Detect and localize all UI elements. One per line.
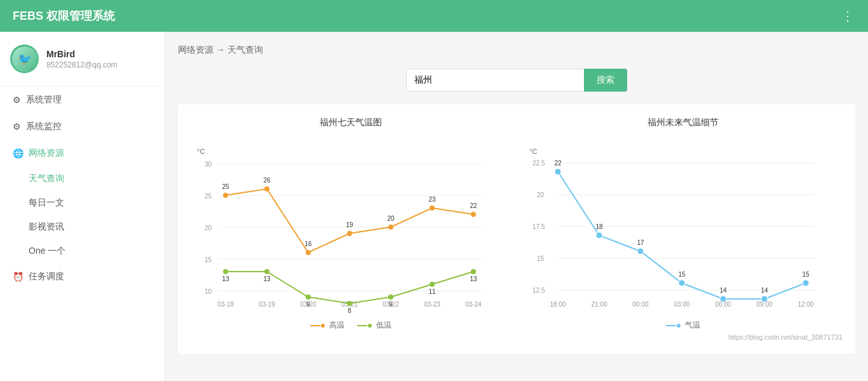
svg-text:19: 19 — [346, 221, 353, 228]
svg-text:9: 9 — [389, 301, 393, 308]
svg-point-21 — [306, 250, 311, 255]
svg-text:21:00: 21:00 — [591, 301, 607, 308]
sidebar-item-network-resource[interactable]: 🌐 网络资源 — [0, 140, 165, 167]
chart2-legend: 气温 — [523, 320, 843, 331]
svg-text:25: 25 — [222, 183, 229, 190]
svg-point-71 — [637, 248, 644, 254]
chart1-svg: °C 30 25 20 15 10 5 03-18 03-19 0 — [191, 135, 496, 313]
sidebar-item-label: 网络资源 — [29, 148, 64, 159]
svg-point-35 — [306, 294, 311, 300]
svg-text:12:00: 12:00 — [797, 301, 813, 308]
header-menu-icon[interactable]: ⋮ — [841, 8, 855, 24]
svg-text:14: 14 — [761, 287, 768, 294]
svg-point-23 — [388, 225, 393, 230]
svg-point-69 — [555, 169, 561, 175]
sidebar-subitem-label: 天气查询 — [29, 173, 64, 183]
chart2-svg: °C 22.5 20 17.5 15 12.5 18:00 — [523, 135, 828, 313]
sidebar-subitem-label: One 一个 — [29, 246, 65, 256]
sidebar-item-system-mgmt[interactable]: ⚙ 系统管理 — [0, 87, 165, 113]
svg-text:°C: °C — [197, 148, 205, 155]
svg-point-38 — [430, 282, 435, 287]
svg-text:17: 17 — [637, 239, 644, 246]
svg-text:°C: °C — [529, 148, 537, 155]
main-content: 网络资源 → 天气查询 搜索 福州七天气温图 °C 30 25 20 — [165, 32, 868, 381]
svg-point-22 — [347, 231, 352, 236]
svg-text:03-24: 03-24 — [465, 301, 482, 308]
search-input[interactable] — [406, 69, 584, 92]
chart2-title: 福州未来气温细节 — [523, 117, 843, 128]
header: FEBS 权限管理系统 ⋮ — [0, 0, 868, 32]
alarm-icon: ⏰ — [13, 272, 24, 282]
app-title: FEBS 权限管理系统 — [13, 8, 115, 24]
svg-text:23: 23 — [428, 196, 436, 203]
svg-point-39 — [471, 269, 476, 274]
svg-text:9: 9 — [306, 301, 310, 308]
svg-point-33 — [223, 269, 228, 274]
gear-icon: ⚙ — [13, 95, 21, 105]
svg-text:13: 13 — [263, 275, 271, 282]
search-button[interactable]: 搜索 — [584, 69, 627, 92]
svg-point-20 — [264, 186, 269, 191]
sidebar-item-label: 系统管理 — [26, 94, 62, 106]
svg-text:10: 10 — [205, 288, 212, 295]
svg-text:14: 14 — [719, 287, 727, 294]
sidebar-item-label: 任务调度 — [29, 271, 64, 282]
user-email: 852252812@qq.com — [46, 60, 118, 69]
sidebar-subitem-video[interactable]: 影视资讯 — [0, 215, 165, 239]
chart2-wrapper: 福州未来气温细节 °C 22.5 20 17.5 15 12.5 — [523, 117, 843, 341]
svg-point-73 — [720, 296, 726, 302]
legend-high: 高温 — [310, 320, 344, 331]
svg-point-75 — [803, 280, 809, 286]
svg-text:25: 25 — [205, 193, 212, 200]
charts-container: 福州七天气温图 °C 30 25 20 15 10 5 — [178, 104, 855, 354]
svg-text:20: 20 — [205, 225, 212, 232]
svg-point-74 — [761, 296, 768, 302]
svg-point-72 — [679, 280, 685, 286]
svg-point-24 — [430, 205, 435, 211]
svg-point-34 — [264, 269, 269, 274]
svg-text:03:00: 03:00 — [674, 301, 689, 308]
svg-point-48 — [321, 324, 325, 328]
sidebar-subitem-daily[interactable]: 每日一文 — [0, 191, 165, 215]
legend-low: 低温 — [357, 320, 391, 331]
svg-point-70 — [596, 232, 602, 239]
svg-text:26: 26 — [263, 177, 271, 184]
svg-point-84 — [677, 324, 681, 328]
svg-text:15: 15 — [802, 271, 810, 278]
svg-text:13: 13 — [470, 275, 477, 282]
svg-text:22.5: 22.5 — [532, 160, 545, 167]
svg-text:16: 16 — [304, 240, 312, 247]
sidebar-subitem-weather[interactable]: 天气查询 — [0, 167, 165, 191]
svg-text:03-19: 03-19 — [259, 301, 275, 308]
svg-text:17.5: 17.5 — [532, 223, 545, 230]
svg-text:18: 18 — [595, 223, 603, 230]
svg-text:15: 15 — [537, 255, 545, 262]
svg-text:22: 22 — [470, 202, 477, 209]
sidebar-subitem-label: 每日一文 — [29, 197, 64, 207]
watermark: https://blog.csdn.net/sinat_30871731 — [523, 333, 843, 341]
user-name: MrBird — [46, 49, 118, 59]
svg-text:8: 8 — [348, 307, 351, 313]
legend-temp: 气温 — [666, 320, 700, 331]
svg-text:22: 22 — [554, 160, 562, 167]
monitor-icon: ⚙ — [13, 121, 21, 132]
avatar: 🐦 — [10, 45, 39, 73]
svg-point-37 — [388, 294, 393, 300]
chart1-title: 福州七天气温图 — [191, 117, 510, 128]
svg-point-50 — [368, 324, 372, 328]
svg-text:11: 11 — [428, 288, 436, 295]
svg-text:20: 20 — [537, 191, 545, 198]
sidebar-item-task[interactable]: ⏰ 任务调度 — [0, 263, 165, 290]
svg-text:00:00: 00:00 — [632, 301, 648, 308]
svg-point-25 — [471, 212, 476, 217]
chart1-legend: 高温 低温 — [191, 320, 510, 331]
svg-text:30: 30 — [205, 161, 212, 168]
sidebar-item-system-monitor[interactable]: ⚙ 系统监控 — [0, 113, 165, 140]
search-bar: 搜索 — [178, 69, 855, 92]
svg-text:03-18: 03-18 — [217, 301, 234, 308]
svg-point-36 — [347, 301, 352, 306]
layout: 🐦 MrBird 852252812@qq.com ⚙ 系统管理 ⚙ 系统监控 … — [0, 32, 868, 381]
svg-text:03-23: 03-23 — [424, 301, 440, 308]
sidebar-subitem-one[interactable]: One 一个 — [0, 239, 165, 263]
svg-text:15: 15 — [205, 256, 212, 263]
